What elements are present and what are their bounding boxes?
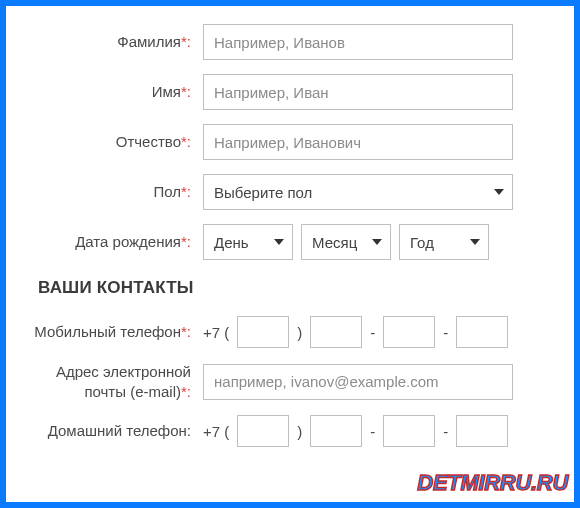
- chevron-down-icon: [274, 239, 284, 245]
- required-marker: *:: [181, 183, 191, 200]
- input-email[interactable]: [203, 364, 513, 400]
- mobile-part3[interactable]: [456, 316, 508, 348]
- select-birth-month[interactable]: Месяц: [301, 224, 391, 260]
- home-part3[interactable]: [456, 415, 508, 447]
- select-birth-year[interactable]: Год: [399, 224, 489, 260]
- mobile-part1[interactable]: [310, 316, 362, 348]
- required-marker: *:: [181, 323, 191, 340]
- label-mobile: Мобильный телефон*:: [28, 322, 203, 342]
- home-area[interactable]: [237, 415, 289, 447]
- chevron-down-icon: [372, 239, 382, 245]
- label-patronymic: Отчество*:: [28, 133, 203, 152]
- required-marker: *:: [181, 83, 191, 100]
- row-patronymic: Отчество*:: [28, 124, 552, 160]
- input-patronymic[interactable]: [203, 124, 513, 160]
- label-lastname: Фамилия*:: [28, 33, 203, 52]
- label-gender: Пол*:: [28, 183, 203, 202]
- select-gender[interactable]: Выберите пол: [203, 174, 513, 210]
- watermark: DETMIRRU.RU: [417, 470, 568, 496]
- home-paren-close: ): [297, 423, 302, 440]
- row-lastname: Фамилия*:: [28, 24, 552, 60]
- mobile-paren-close: ): [297, 324, 302, 341]
- chevron-down-icon: [470, 239, 480, 245]
- label-firstname: Имя*:: [28, 83, 203, 102]
- home-sep1: -: [370, 423, 375, 440]
- required-marker: *:: [181, 33, 191, 50]
- home-sep2: -: [443, 423, 448, 440]
- required-marker: *:: [181, 133, 191, 150]
- input-lastname[interactable]: [203, 24, 513, 60]
- mobile-prefix: +7 (: [203, 324, 229, 341]
- home-prefix: +7 (: [203, 423, 229, 440]
- input-firstname[interactable]: [203, 74, 513, 110]
- required-marker: *:: [181, 233, 191, 250]
- row-firstname: Имя*:: [28, 74, 552, 110]
- label-email: Адрес электронной почты (e-mail)*:: [28, 362, 203, 401]
- label-home-phone: Домашний телефон:: [28, 422, 203, 441]
- row-home-phone: Домашний телефон: +7 ( ) - -: [28, 415, 552, 447]
- mobile-part2[interactable]: [383, 316, 435, 348]
- row-birthdate: Дата рождения*: День Месяц Год: [28, 224, 552, 260]
- select-gender-value: Выберите пол: [214, 184, 312, 201]
- form-frame: Фамилия*: Имя*: Отчество*: Пол*: Выберит…: [0, 0, 580, 508]
- home-part2[interactable]: [383, 415, 435, 447]
- chevron-down-icon: [494, 189, 504, 195]
- row-mobile: Мобильный телефон*: +7 ( ) - -: [28, 316, 552, 348]
- mobile-area[interactable]: [237, 316, 289, 348]
- required-marker: *:: [181, 383, 191, 400]
- row-gender: Пол*: Выберите пол: [28, 174, 552, 210]
- row-email: Адрес электронной почты (e-mail)*:: [28, 362, 552, 401]
- mobile-sep2: -: [443, 324, 448, 341]
- contacts-section-title: ВАШИ КОНТАКТЫ: [38, 278, 552, 298]
- home-part1[interactable]: [310, 415, 362, 447]
- label-birthdate: Дата рождения*:: [28, 233, 203, 252]
- mobile-sep1: -: [370, 324, 375, 341]
- select-birth-day[interactable]: День: [203, 224, 293, 260]
